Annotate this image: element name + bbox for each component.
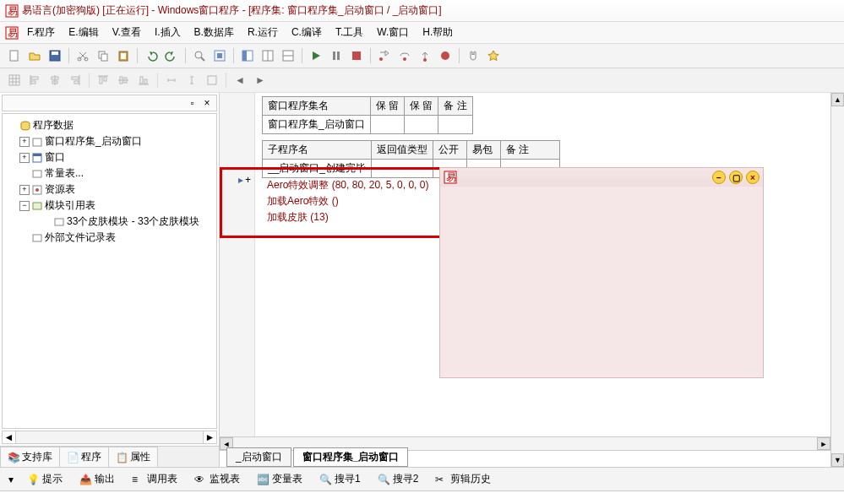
- undo-button[interactable]: [142, 46, 161, 65]
- panel-pin-icon[interactable]: ▫: [187, 97, 199, 109]
- menu-program[interactable]: F.程序: [22, 24, 60, 41]
- layout2-button[interactable]: [259, 46, 277, 65]
- menu-run[interactable]: R.运行: [242, 24, 283, 41]
- code-line-3[interactable]: 加载皮肤 (13): [267, 209, 428, 225]
- menu-compile[interactable]: C.编译: [286, 24, 327, 41]
- expand-icon[interactable]: +: [19, 153, 30, 163]
- bottom-tab-calltable[interactable]: ≡调用表: [125, 470, 184, 488]
- minimize-button[interactable]: −: [712, 171, 726, 184]
- vscroll-up-icon[interactable]: ▲: [831, 93, 844, 106]
- tab-props[interactable]: 📋属性: [108, 447, 158, 467]
- tree-wset[interactable]: 窗口程序集_启动窗口: [45, 134, 142, 149]
- layout3-button[interactable]: [279, 46, 297, 65]
- new-button[interactable]: [5, 46, 24, 65]
- hscroll-track[interactable]: [16, 431, 203, 443]
- editor-vscroll[interactable]: ▲ ▼: [830, 93, 844, 467]
- hscroll-right-icon[interactable]: ►: [817, 437, 830, 450]
- vscroll-track[interactable]: [831, 106, 844, 453]
- design-grid-icon[interactable]: [5, 71, 24, 89]
- bottom-tab-hint[interactable]: 💡提示: [20, 470, 69, 488]
- bottom-tab-search1[interactable]: 🔍搜寻1: [313, 470, 368, 488]
- maximize-button[interactable]: ▢: [729, 171, 743, 184]
- tree-extfile[interactable]: 外部文件记录表: [45, 230, 116, 245]
- menu-help[interactable]: H.帮助: [417, 24, 458, 41]
- plus-icon[interactable]: +: [245, 174, 251, 186]
- bottom-tab-search2[interactable]: 🔍搜寻2: [371, 470, 426, 488]
- bottom-dropdown-icon[interactable]: ▾: [5, 474, 17, 485]
- save-button[interactable]: [46, 46, 64, 65]
- runtime-window[interactable]: 易 − ▢ ×: [439, 167, 764, 378]
- breakpoint-button[interactable]: [436, 46, 455, 65]
- tree-const[interactable]: 常量表...: [45, 166, 84, 181]
- panel-close-icon[interactable]: ×: [201, 97, 213, 109]
- tree-modref[interactable]: 模块引用表: [45, 198, 95, 213]
- layout1-button[interactable]: [238, 46, 257, 65]
- code-block[interactable]: Aero特效调整 (80, 80, 20, 5, 0, 0, 0) 加载Aero…: [267, 177, 428, 225]
- cut-button[interactable]: [74, 46, 92, 65]
- same-width-icon[interactable]: [162, 71, 181, 89]
- grid1-r1[interactable]: 窗口程序集_启动窗口: [263, 116, 371, 134]
- open-button[interactable]: [25, 46, 44, 65]
- expand-icon[interactable]: +: [19, 137, 30, 147]
- editor-tab-procset[interactable]: 窗口程序集_启动窗口: [293, 447, 409, 467]
- run-button[interactable]: [307, 46, 325, 65]
- copy-button[interactable]: [94, 46, 112, 65]
- arrow-left-icon[interactable]: ◄: [231, 71, 249, 89]
- stepout-button[interactable]: [416, 46, 434, 65]
- redo-button[interactable]: [162, 46, 181, 65]
- menu-view[interactable]: V.查看: [107, 24, 146, 41]
- align-left-icon[interactable]: [25, 71, 44, 89]
- window-title: 易语言(加密狗版) [正在运行] - Windows窗口程序 - [程序集: 窗…: [22, 3, 442, 18]
- hscroll-right-icon[interactable]: ►: [203, 431, 216, 443]
- bottom-tab-output[interactable]: 📤输出: [73, 470, 122, 488]
- svg-point-27: [403, 57, 406, 61]
- menu-database[interactable]: B.数据库: [189, 24, 239, 41]
- code-line-2[interactable]: 加载Aero特效 (): [267, 193, 428, 209]
- collapse-icon[interactable]: −: [19, 201, 30, 211]
- menu-tools[interactable]: T.工具: [330, 24, 368, 41]
- align-bottom-icon[interactable]: [134, 71, 153, 89]
- pause-button[interactable]: [327, 46, 346, 65]
- runtime-titlebar[interactable]: 易 − ▢ ×: [440, 168, 763, 187]
- find-button[interactable]: [190, 46, 209, 65]
- expand-icon[interactable]: +: [19, 185, 30, 195]
- star-button[interactable]: [484, 46, 503, 65]
- fold-arrow-icon[interactable]: ▸: [238, 174, 243, 186]
- close-button[interactable]: ×: [746, 171, 760, 184]
- code-line-1[interactable]: Aero特效调整 (80, 80, 20, 5, 0, 0, 0): [267, 177, 428, 193]
- bottom-tab-watch[interactable]: 👁监视表: [188, 470, 247, 488]
- bottom-tab-vartable[interactable]: 🔤变量表: [250, 470, 309, 488]
- align-top-icon[interactable]: [94, 71, 112, 89]
- menu-window[interactable]: W.窗口: [372, 24, 414, 41]
- tab-support[interactable]: 📚支持库: [0, 447, 60, 467]
- stepinto-button[interactable]: [375, 46, 394, 65]
- align-middle-icon[interactable]: [114, 71, 133, 89]
- stepover-button[interactable]: [395, 46, 414, 65]
- same-size-icon[interactable]: [203, 71, 221, 89]
- same-height-icon[interactable]: [182, 71, 201, 89]
- align-right-icon[interactable]: [66, 71, 84, 89]
- menu-edit[interactable]: E.编辑: [63, 24, 103, 41]
- bookmark-button[interactable]: [210, 46, 229, 65]
- svg-rect-45: [100, 77, 102, 84]
- grid2-r1[interactable]: __启动窗口_创建完毕: [263, 160, 372, 178]
- bottom-tab-clip[interactable]: ✂剪辑历史: [428, 470, 498, 488]
- procset-grid[interactable]: 窗口程序集名保 留保 留备 注 窗口程序集_启动窗口: [262, 96, 473, 134]
- svg-rect-23: [333, 51, 335, 60]
- editor-tab-window[interactable]: _启动窗口: [226, 447, 291, 467]
- align-center-icon[interactable]: [46, 71, 64, 89]
- menu-insert[interactable]: I.插入: [150, 24, 186, 41]
- tab-program[interactable]: 📄程序: [59, 447, 109, 467]
- tree-window[interactable]: 窗口: [45, 150, 65, 165]
- arrow-right-icon[interactable]: ►: [251, 71, 270, 89]
- hscroll-left-icon[interactable]: ◄: [3, 431, 16, 443]
- tree-root[interactable]: 程序数据: [33, 118, 74, 133]
- hand-button[interactable]: [464, 46, 482, 65]
- project-tree[interactable]: 程序数据 +窗口程序集_启动窗口 +窗口 常量表... +资源表 −模块引用表 …: [2, 113, 217, 429]
- vscroll-down-icon[interactable]: ▼: [831, 453, 844, 467]
- bottom-toolbar: ▾ 💡提示 📤输出 ≡调用表 👁监视表 🔤变量表 🔍搜寻1 🔍搜寻2 ✂剪辑历史: [0, 467, 844, 490]
- tree-skin[interactable]: 33个皮肤模块 - 33个皮肤模块: [67, 214, 199, 229]
- tree-res[interactable]: 资源表: [45, 182, 75, 197]
- paste-button[interactable]: [114, 46, 133, 65]
- stop-button[interactable]: [347, 46, 366, 65]
